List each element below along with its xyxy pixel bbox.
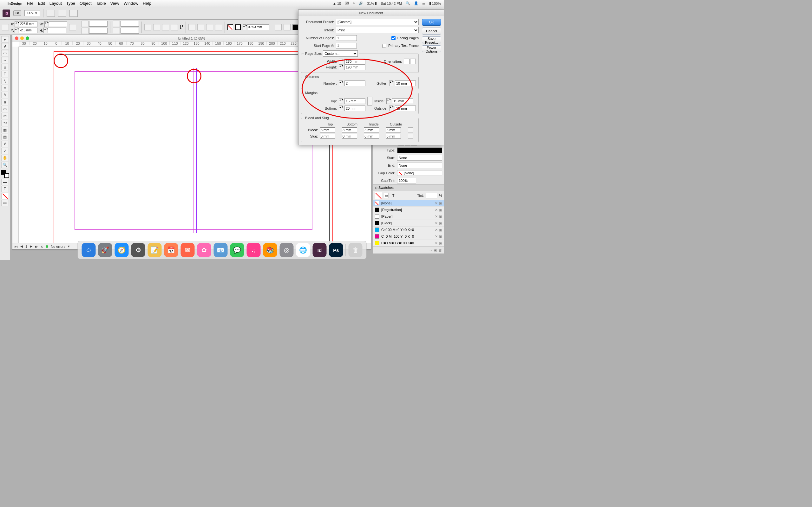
- scale-y-field[interactable]: [89, 28, 107, 34]
- drop-shadow-icon[interactable]: [284, 24, 291, 31]
- open-icon[interactable]: ⎋: [41, 245, 43, 248]
- dock-app[interactable]: 📅: [164, 243, 178, 257]
- menu-edit[interactable]: Edit: [38, 1, 45, 6]
- view-options-button[interactable]: [69, 10, 78, 17]
- margin-outside-field[interactable]: [395, 106, 416, 111]
- slug-outside-field[interactable]: [386, 134, 401, 139]
- delete-swatch-icon[interactable]: 🗑: [439, 248, 442, 252]
- dock-app[interactable]: 🧭: [115, 243, 129, 257]
- dock-app[interactable]: ◎: [280, 243, 294, 257]
- cancel-button[interactable]: Cancel: [422, 27, 441, 35]
- pencil-tool[interactable]: ✎: [1, 92, 9, 98]
- dock-app[interactable]: 📚: [263, 243, 277, 257]
- select-content-icon[interactable]: [197, 24, 204, 31]
- line-tool[interactable]: ╲: [1, 78, 9, 84]
- shear-field[interactable]: [120, 28, 139, 34]
- flip-h-icon[interactable]: [162, 24, 169, 31]
- dock-app[interactable]: 🚀: [98, 243, 112, 257]
- dock-app[interactable]: 📧: [214, 243, 228, 257]
- save-preset-button[interactable]: Save Preset...: [422, 37, 441, 43]
- swatch-row[interactable]: [Registration]✕▣: [373, 207, 444, 213]
- orientation-portrait-icon[interactable]: [404, 59, 409, 64]
- facing-pages-checkbox[interactable]: [392, 36, 396, 40]
- arrange-docs-button[interactable]: [58, 10, 66, 17]
- constrain-icon[interactable]: [69, 24, 76, 31]
- stroke-proxy-icon[interactable]: [4, 173, 9, 178]
- gap-color-dropdown[interactable]: [None]: [397, 170, 442, 176]
- clock[interactable]: Sat 10:42 PM: [380, 2, 402, 5]
- margin-bottom-field[interactable]: [345, 106, 365, 111]
- intent-dropdown[interactable]: Print: [336, 27, 419, 33]
- slug-bottom-field[interactable]: [342, 134, 357, 139]
- margin-top-field[interactable]: [345, 98, 365, 104]
- user-icon[interactable]: 👤: [414, 1, 418, 5]
- reference-point-icon[interactable]: [2, 24, 9, 31]
- select-next-icon[interactable]: [215, 24, 222, 31]
- dock-app[interactable]: Ps: [329, 243, 343, 257]
- x-field[interactable]: [19, 21, 38, 27]
- col-number-field[interactable]: [345, 80, 365, 86]
- last-page-icon[interactable]: ⏭: [35, 245, 38, 248]
- direct-selection-tool[interactable]: ⬈: [1, 43, 9, 49]
- app-name[interactable]: InDesign: [8, 2, 22, 5]
- swatches-panel-header[interactable]: ◇ Swatches: [373, 184, 444, 191]
- page-size-dropdown[interactable]: Custom...: [323, 50, 358, 57]
- new-swatch-icon[interactable]: ▣: [434, 248, 437, 252]
- h-field[interactable]: [48, 27, 66, 33]
- slug-top-field[interactable]: [320, 134, 335, 139]
- status-menu-icon[interactable]: ▾: [68, 244, 70, 248]
- gap-tint-field[interactable]: 100%: [397, 178, 416, 183]
- dock-app[interactable]: ✉: [181, 243, 195, 257]
- dock-app[interactable]: Id: [313, 243, 327, 257]
- bleed-outside-field[interactable]: [386, 127, 401, 132]
- menu-file[interactable]: File: [27, 1, 33, 6]
- dock-app[interactable]: 📝: [148, 243, 162, 257]
- w-field[interactable]: [49, 21, 67, 27]
- scissors-tool[interactable]: ✂: [1, 113, 9, 119]
- dock-app[interactable]: 🗑: [349, 243, 362, 257]
- dock-app[interactable]: ☺: [82, 243, 96, 257]
- gap-tool[interactable]: ↔: [1, 57, 9, 63]
- apply-none-icon[interactable]: [1, 193, 9, 199]
- scale-x-field[interactable]: [89, 21, 107, 26]
- swatch-row[interactable]: [None]✕▣: [373, 200, 444, 207]
- page-number[interactable]: 1: [26, 245, 27, 248]
- rotate-ccw-icon[interactable]: [144, 24, 151, 31]
- stroke-swatch[interactable]: [235, 24, 241, 30]
- flip-v-icon[interactable]: [171, 24, 178, 31]
- start-page-field[interactable]: [336, 43, 357, 49]
- ok-button[interactable]: OK: [422, 19, 441, 26]
- page-tool[interactable]: ▭: [1, 50, 9, 56]
- rectangle-tool[interactable]: ▭: [1, 106, 9, 112]
- volume-icon[interactable]: 🔊: [359, 1, 363, 5]
- bridge-button[interactable]: Br: [13, 10, 21, 16]
- pen-tool[interactable]: ✒: [1, 85, 9, 91]
- select-prev-icon[interactable]: [206, 24, 213, 31]
- menu-type[interactable]: Type: [66, 1, 75, 6]
- swatch-row[interactable]: [Paper]✕▣: [373, 213, 444, 220]
- spotlight-icon[interactable]: 🔍: [406, 1, 410, 5]
- bleed-inside-field[interactable]: [364, 127, 379, 132]
- orientation-landscape-icon[interactable]: [410, 59, 416, 64]
- type-tool[interactable]: T: [1, 71, 9, 77]
- link-bleed-icon[interactable]: [408, 127, 413, 132]
- dock-app[interactable]: 💬: [230, 243, 244, 257]
- content-collector-tool[interactable]: ⊞: [1, 64, 9, 70]
- swatch-row[interactable]: C=100 M=0 Y=0 K=0✕▣: [373, 227, 444, 233]
- link-slug-icon[interactable]: [408, 134, 413, 139]
- gradient-feather-tool[interactable]: ▤: [1, 134, 9, 140]
- gutter-field[interactable]: [395, 80, 416, 86]
- rectangle-frame-tool[interactable]: ⊠: [1, 99, 9, 105]
- stroke-weight-field[interactable]: [247, 24, 269, 30]
- margin-inside-field[interactable]: [392, 98, 413, 104]
- swatch-row[interactable]: [Black]✕▣: [373, 220, 444, 227]
- wifi-icon[interactable]: ⌔: [353, 2, 355, 5]
- link-margins-icon[interactable]: [367, 97, 372, 106]
- adobe-cc-icon[interactable]: ▲ 10: [333, 2, 341, 5]
- rotate-field[interactable]: [120, 21, 139, 26]
- dock-app[interactable]: ♫: [247, 243, 261, 257]
- view-mode-icon[interactable]: ▭: [1, 200, 9, 206]
- fill-swatch[interactable]: [227, 24, 233, 30]
- hand-tool[interactable]: ✋: [1, 155, 9, 161]
- width-field[interactable]: [345, 59, 365, 64]
